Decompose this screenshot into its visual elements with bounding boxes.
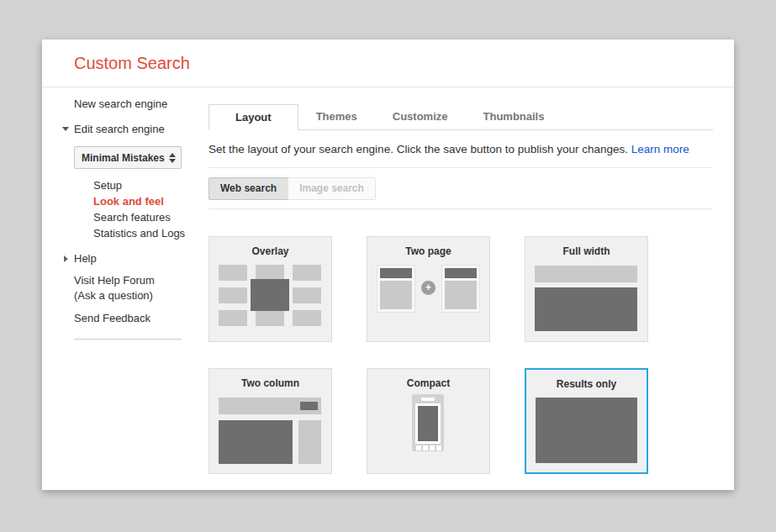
tab-thumbnails[interactable]: Thumbnails	[466, 104, 562, 129]
main-content: Layout Themes Customize Thumbnails Set t…	[209, 87, 734, 490]
help-forum-line2: (Ask a question)	[74, 288, 209, 303]
sidebar-divider	[74, 339, 182, 340]
page-title: Custom Search	[42, 40, 734, 73]
sidebar-item-label: Edit search engine	[74, 123, 165, 135]
search-type-toggle: Web search Image search	[209, 177, 376, 200]
two-column-results-block	[219, 420, 293, 464]
sidebar-item-statistics-and-logs[interactable]: Statistics and Logs	[93, 225, 209, 241]
sidebar-item-visit-help-forum[interactable]: Visit Help Forum (Ask a question)	[74, 273, 209, 303]
results-only-block	[536, 398, 637, 463]
app-header: Custom Search	[42, 40, 734, 87]
layout-card-compact[interactable]: Compact	[367, 368, 490, 474]
sidebar-item-edit-search-engine[interactable]: Edit search engine	[74, 123, 209, 135]
section-divider-bottom	[209, 208, 713, 209]
two-column-header-accent	[300, 402, 318, 410]
layout-card-two-column[interactable]: Two column	[209, 368, 332, 474]
sidebar: New search engine Edit search engine Min…	[42, 87, 209, 490]
layout-card-title: Two page	[367, 245, 489, 257]
sidebar-item-new-search-engine[interactable]: New search engine	[74, 97, 209, 110]
layout-description: Set the layout of your search engine. Cl…	[209, 143, 713, 155]
sidebar-item-label: Help	[74, 252, 97, 265]
engine-selector-value: Minimal Mistakes	[82, 152, 165, 164]
layout-card-title: Overlay	[209, 245, 331, 257]
two-page-right-panel	[441, 265, 480, 313]
two-page-left-panel	[377, 265, 415, 313]
phone-icon	[412, 394, 444, 451]
select-spinner-icon	[169, 153, 176, 163]
tab-customize[interactable]: Customize	[375, 104, 466, 129]
tab-layout[interactable]: Layout	[209, 104, 298, 130]
overlay-diagram	[219, 265, 322, 326]
help-forum-line1: Visit Help Forum	[74, 273, 209, 288]
section-divider-top	[209, 167, 713, 168]
engine-selector-dropdown[interactable]: Minimal Mistakes	[74, 146, 182, 169]
sidebar-item-setup[interactable]: Setup	[93, 177, 209, 193]
tab-bar: Layout Themes Customize Thumbnails	[209, 104, 713, 130]
sidebar-item-search-features[interactable]: Search features	[93, 209, 209, 225]
two-column-side-column	[298, 420, 321, 464]
layout-card-overlay[interactable]: Overlay	[209, 236, 332, 342]
full-width-header-bar	[535, 266, 637, 282]
layout-options-grid: Overlay Two page +	[209, 236, 713, 474]
custom-search-panel: Custom Search New search engine Edit sea…	[42, 40, 734, 490]
web-search-button[interactable]: Web search	[209, 177, 288, 200]
sidebar-item-send-feedback[interactable]: Send Feedback	[74, 312, 209, 324]
sidebar-item-help[interactable]: Help	[74, 252, 209, 265]
full-width-results-block	[535, 287, 637, 331]
description-text: Set the layout of your search engine. Cl…	[209, 143, 628, 155]
layout-card-results-only[interactable]: Results only	[525, 368, 648, 474]
plus-icon: +	[421, 281, 436, 295]
chevron-right-icon	[64, 255, 68, 262]
layout-card-title: Compact	[367, 377, 489, 389]
learn-more-link[interactable]: Learn more	[631, 143, 689, 155]
layout-card-full-width[interactable]: Full width	[525, 236, 648, 342]
layout-card-title: Full width	[525, 245, 647, 257]
chevron-down-icon	[62, 127, 69, 131]
layout-card-two-page[interactable]: Two page +	[367, 236, 490, 342]
layout-card-title: Results only	[526, 378, 647, 390]
sidebar-item-look-and-feel[interactable]: Look and feel	[93, 193, 209, 209]
tab-themes[interactable]: Themes	[298, 104, 375, 129]
sidebar-submenu: Setup Look and feel Search features Stat…	[93, 177, 209, 241]
image-search-button[interactable]: Image search	[288, 177, 376, 200]
layout-card-title: Two column	[209, 377, 331, 389]
